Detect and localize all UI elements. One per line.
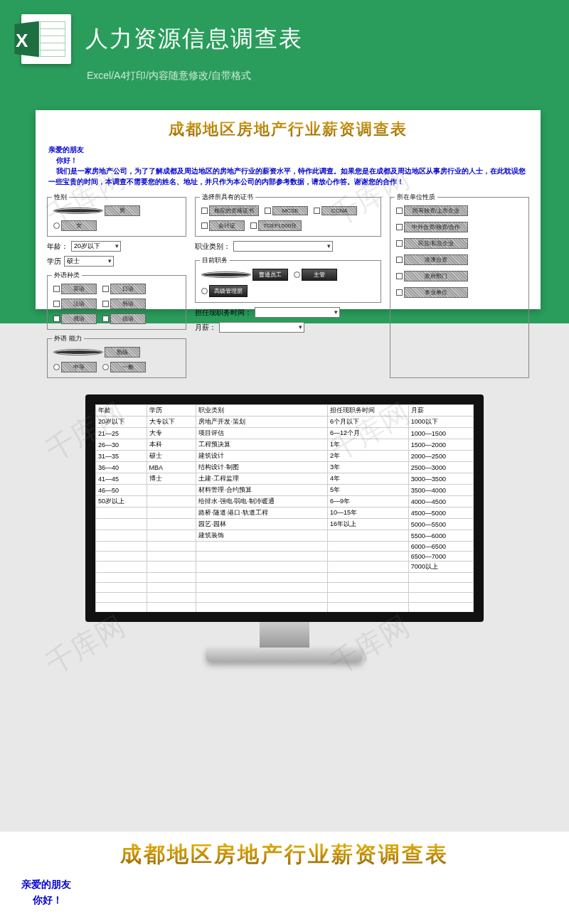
col-header: 年龄 (96, 405, 147, 417)
tenure-select[interactable] (255, 307, 340, 318)
table-row: 20岁以下大专以下房地产开发·策划6个月以下1000以下 (96, 417, 474, 428)
jobcat-select[interactable] (233, 241, 333, 252)
col-header: 担任现职务时间 (328, 405, 409, 417)
table-row: 6500—7000 (96, 552, 474, 562)
form-preview: 成都地区房地产行业薪资调查表 亲爱的朋友 你好！ 我们是一家房地产公司，为了了解… (36, 110, 541, 309)
page-title: 人力资源信息调查表 (85, 23, 303, 55)
bottom-preview: 成都地区房地产行业薪资调查表 亲爱的朋友 你好！ (0, 833, 569, 924)
age-select[interactable]: 20岁以下 (71, 241, 121, 252)
ability-opt[interactable]: 熟练 (52, 346, 142, 358)
unit-opt[interactable]: 国有独资/上市企业 (395, 205, 524, 217)
cert-opt[interactable]: MCSE (263, 205, 309, 217)
table-row (96, 593, 474, 603)
excel-icon: X (21, 14, 71, 64)
pos-opt[interactable]: 主管 (292, 268, 339, 281)
ability-opt[interactable]: 中等 (52, 361, 98, 373)
screen: 年龄学历职业类别担任现职务时间月薪 20岁以下大专以下房地产开发·策划6个月以下… (85, 394, 484, 622)
header: X 人力资源信息调查表 (0, 0, 569, 64)
unit-opt[interactable]: 事业单位 (395, 286, 524, 299)
unit-group: 所在单位性质 国有独资/上市企业中外合资/独资/合作民营/私营企业港澳台资政府部… (390, 193, 529, 378)
table-row: 46—50材料管理·合约预算5年3500—4000 (96, 485, 474, 496)
table-row: 21—25大专项目评估6—12个月1000—1500 (96, 428, 474, 439)
col-header: 职业类别 (196, 405, 328, 417)
form-intro: 亲爱的朋友 你好！ 我们是一家房地产公司，为了了解成都及周边地区的房地产行业的薪… (43, 144, 533, 187)
table-row: 50岁以上给排水·强电·弱电·制冷暖通6—9年4000—4500 (96, 496, 474, 507)
unit-opt[interactable]: 港澳台资 (395, 254, 524, 266)
table-row: 26—30本科工程预决算1年1500—2000 (96, 439, 474, 451)
table-row (96, 583, 474, 593)
lang-opt[interactable]: 法语 (52, 298, 98, 310)
cert-opt[interactable]: 会计证 (200, 220, 246, 232)
table-row (96, 573, 474, 583)
lang-group: 外语种类 英语日语法语韩语俄语德语 (47, 271, 186, 330)
edu-select[interactable]: 硕士 (64, 256, 114, 267)
data-table: 年龄学历职业类别担任现职务时间月薪 20岁以下大专以下房地产开发·策划6个月以下… (95, 404, 474, 613)
gender-group: 性别 男 女 (47, 193, 186, 237)
lang-opt[interactable]: 韩语 (101, 298, 147, 310)
form-title: 成都地区房地产行业薪资调查表 (43, 119, 533, 140)
lang-opt[interactable]: 德语 (101, 313, 147, 325)
lang-opt[interactable]: 俄语 (52, 313, 98, 325)
table-row: 41—45博士土建·工程监理4年3000—3500 (96, 473, 474, 485)
table-row: 36—40MBA结构设计·制图3年2500—3000 (96, 462, 474, 473)
table-row: 路桥·隧道·港口·轨道工程10—15年4500—5000 (96, 507, 474, 519)
salary-select[interactable] (219, 322, 304, 333)
lang-opt[interactable]: 英语 (52, 283, 98, 295)
unit-opt[interactable]: 中外合资/独资/合作 (395, 221, 524, 233)
table-row: 建筑装饰5500—6000 (96, 530, 474, 542)
lang-opt[interactable]: 日语 (101, 283, 147, 295)
ability-group: 外语 能力 熟练 中等 一般 (47, 334, 186, 378)
col-header: 学历 (147, 405, 196, 417)
position-group: 目前职务 普通员工 主管 高级管理层 (195, 256, 381, 303)
page-subtitle: Excel/A4打印/内容随意修改/自带格式 (0, 64, 569, 82)
table-row: 园艺·园林16年以上5000—5500 (96, 519, 474, 530)
table-row: 7000以上 (96, 562, 474, 573)
bottom-greeting: 亲爱的朋友 你好！ (14, 876, 555, 908)
table-row: 6000—6500 (96, 542, 474, 552)
table-row: 31—35硕士建筑设计2年2000—2500 (96, 451, 474, 462)
gender-female[interactable]: 女 (52, 220, 98, 232)
pos-opt[interactable]: 高级管理层 (200, 284, 249, 298)
bottom-title: 成都地区房地产行业薪资调查表 (14, 840, 555, 869)
cert-group: 选择所具有的证书 相应的资格证书MCSECCNA会计证TOEFL500分 (195, 193, 381, 237)
cert-opt[interactable]: 相应的资格证书 (200, 205, 260, 217)
table-row (96, 603, 474, 613)
unit-opt[interactable]: 民营/私营企业 (395, 237, 524, 249)
ability-opt[interactable]: 一般 (101, 361, 147, 373)
cert-opt[interactable]: TOEFL500分 (249, 220, 303, 232)
gender-male[interactable]: 男 (52, 205, 142, 217)
pos-opt[interactable]: 普通员工 (200, 268, 289, 281)
unit-opt[interactable]: 政府部门 (395, 270, 524, 282)
monitor-preview: 年龄学历职业类别担任现职务时间月薪 20岁以下大专以下房地产开发·策划6个月以下… (85, 394, 484, 679)
col-header: 月薪 (408, 405, 473, 417)
cert-opt[interactable]: CCNA (312, 205, 358, 217)
form-body: 性别 男 女 年龄：20岁以下 学历硕士 外语种类 英语日语法语韩语俄语德语 外… (43, 193, 533, 378)
